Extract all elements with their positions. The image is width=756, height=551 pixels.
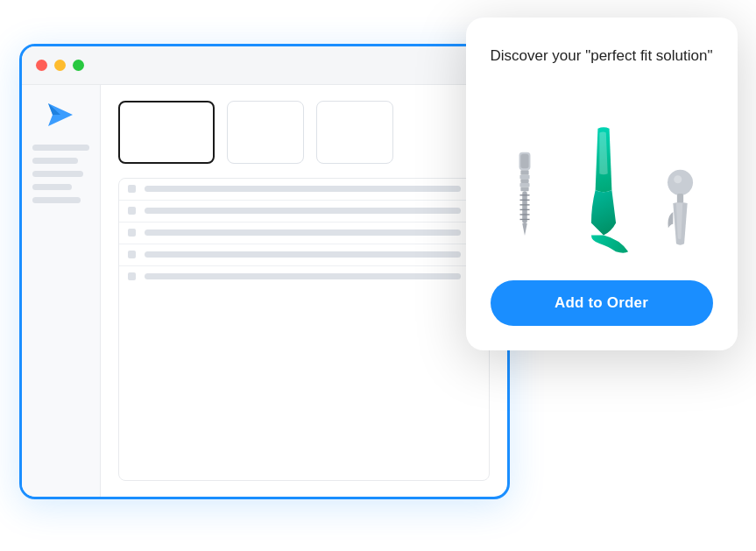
maximize-dot[interactable] — [73, 60, 84, 71]
table-row — [119, 244, 489, 266]
table-row — [119, 266, 489, 287]
close-dot[interactable] — [36, 60, 47, 71]
card-medium — [227, 101, 304, 164]
row-checkbox — [128, 229, 136, 237]
row-checkbox — [128, 272, 136, 280]
browser-content — [22, 85, 507, 497]
popup-products — [498, 90, 704, 255]
add-to-order-button[interactable]: Add to Order — [491, 280, 713, 326]
row-line — [145, 230, 461, 236]
sidebar-line — [32, 184, 73, 190]
row-line — [145, 251, 461, 258]
scene: Discover your "perfect fit solution" — [19, 18, 738, 534]
svg-rect-7 — [519, 182, 529, 187]
svg-rect-6 — [520, 179, 528, 183]
product-drill — [498, 151, 551, 256]
product-implant — [656, 168, 704, 256]
minimize-dot[interactable] — [54, 60, 66, 71]
svg-rect-4 — [520, 170, 528, 175]
card-row — [118, 101, 490, 164]
svg-marker-16 — [522, 223, 527, 236]
main-content — [101, 85, 507, 497]
table-row — [119, 201, 489, 223]
browser-window — [19, 44, 510, 499]
sidebar-line — [32, 145, 89, 151]
card-small — [316, 101, 393, 164]
row-line — [145, 186, 461, 192]
sidebar-nav — [32, 145, 89, 203]
browser-titlebar — [22, 46, 507, 85]
table-row — [119, 179, 489, 201]
sidebar-line — [32, 158, 78, 164]
svg-rect-9 — [522, 191, 527, 223]
sidebar — [22, 85, 101, 497]
svg-rect-3 — [520, 153, 528, 168]
card-large — [118, 101, 215, 164]
table-row — [119, 223, 489, 244]
row-line — [145, 273, 461, 279]
table-area — [118, 178, 490, 481]
popup-title: Discover your "perfect fit solution" — [491, 46, 713, 67]
svg-rect-5 — [519, 174, 529, 179]
svg-point-18 — [674, 175, 682, 183]
row-checkbox — [128, 251, 136, 258]
plane-icon — [47, 102, 74, 127]
sidebar-line — [32, 171, 84, 177]
sidebar-logo — [32, 102, 89, 127]
row-line — [145, 208, 461, 214]
svg-rect-19 — [677, 194, 683, 203]
row-checkbox — [128, 207, 136, 215]
svg-rect-8 — [520, 187, 528, 191]
row-checkbox — [128, 185, 136, 193]
popup-card: Discover your "perfect fit solution" — [466, 18, 738, 350]
product-prosthetic-leg — [569, 124, 639, 256]
sidebar-line — [32, 197, 81, 203]
